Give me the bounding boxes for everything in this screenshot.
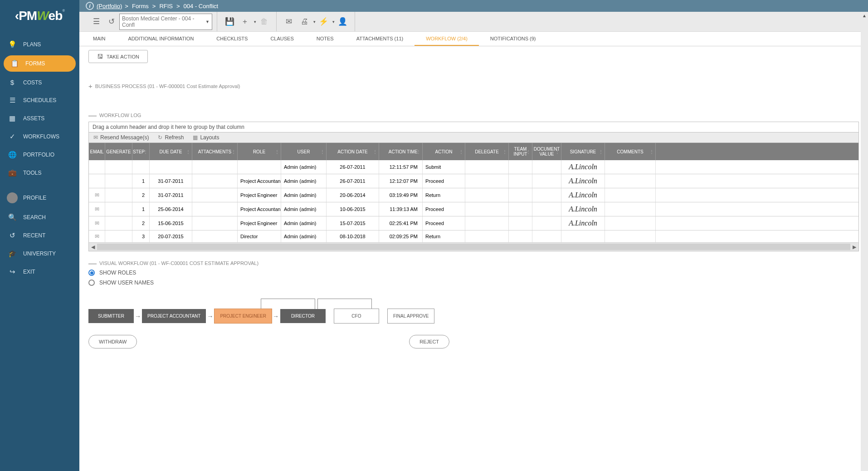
radio-show-users[interactable]: SHOW USER NAMES bbox=[88, 280, 859, 286]
radio-icon bbox=[88, 270, 95, 276]
col-generate[interactable]: GENERATE⋮ bbox=[105, 143, 132, 160]
project-select[interactable]: Boston Medical Center - 004 - Confl▼ bbox=[119, 14, 212, 30]
cell-signature: A.Lincoln bbox=[561, 160, 605, 174]
take-action-label: TAKE ACTION bbox=[107, 54, 139, 59]
cell-action-date: 08-10-2018 bbox=[327, 231, 379, 242]
save-icon[interactable]: 💾 bbox=[223, 15, 236, 28]
col-due[interactable]: DUE DATE⋮ bbox=[150, 143, 192, 160]
tab-clauses[interactable]: CLAUSES bbox=[259, 32, 305, 46]
cell-doc-value bbox=[532, 231, 561, 242]
refresh-button[interactable]: ↻Refresh bbox=[158, 134, 184, 141]
col-role[interactable]: ROLE⋮ bbox=[238, 143, 281, 160]
col-attachments[interactable]: ATTACHMENTS⋮ bbox=[192, 143, 238, 160]
col-action-date[interactable]: ACTION DATE⋮ bbox=[327, 143, 379, 160]
nav-exit[interactable]: ↪EXIT bbox=[0, 263, 79, 281]
reject-button[interactable]: REJECT bbox=[409, 335, 449, 348]
v-scrollbar[interactable]: ▲ bbox=[861, 12, 868, 471]
radio-show-roles[interactable]: SHOW ROLES bbox=[88, 270, 859, 276]
bp-section-header[interactable]: + BUSINESS PROCESS (01 - WF-000001 Cost … bbox=[88, 82, 859, 90]
content: 🖫 TAKE ACTION + BUSINESS PROCESS (01 - W… bbox=[79, 46, 868, 471]
take-action-button[interactable]: 🖫 TAKE ACTION bbox=[88, 50, 148, 63]
cell-action-time: 12:12:07 PM bbox=[379, 174, 423, 188]
table-row[interactable]: ✉ 3 20-07-2015 Director Admin (admin) 08… bbox=[89, 231, 858, 243]
resend-button[interactable]: ✉Resend Message(s) bbox=[93, 134, 149, 141]
bolt-icon[interactable]: ⚡ bbox=[317, 15, 330, 28]
cell-action: Proceed bbox=[423, 216, 465, 230]
cell-action-date: 15-07-2015 bbox=[327, 216, 379, 230]
nav-label: PROFILE bbox=[23, 195, 46, 201]
scroll-up-icon[interactable]: ▲ bbox=[861, 12, 868, 19]
nav-forms[interactable]: 📋FORMS bbox=[4, 55, 76, 72]
print-icon[interactable]: 🖨 bbox=[298, 15, 311, 28]
nav-profile[interactable]: PROFILE bbox=[0, 187, 79, 208]
cell-delegate bbox=[465, 174, 509, 188]
table-row[interactable]: ✉ 2 15-06-2015 Project Engineer Admin (a… bbox=[89, 216, 858, 231]
col-delegate[interactable]: DELEGATE⋮ bbox=[465, 143, 509, 160]
cell-team-input bbox=[509, 188, 532, 202]
tab-checklists[interactable]: CHECKLISTS bbox=[205, 32, 259, 46]
nav-plans[interactable]: 💡PLANS bbox=[0, 35, 79, 54]
info-icon[interactable]: i bbox=[86, 2, 94, 10]
cell-comments bbox=[605, 174, 656, 188]
col-action-time[interactable]: ACTION TIME⋮ bbox=[379, 143, 423, 160]
list-icon[interactable]: ☰ bbox=[90, 15, 102, 28]
nav-portfolio[interactable]: 🌐PORTFOLIO bbox=[0, 146, 79, 164]
add-icon[interactable]: + bbox=[239, 15, 251, 28]
cell-signature: A.Lincoln bbox=[561, 188, 605, 202]
bp-header-text: BUSINESS PROCESS (01 - WF-000001 Cost Es… bbox=[95, 83, 240, 89]
nav-search[interactable]: 🔍SEARCH bbox=[0, 208, 79, 226]
nav-label: ASSETS bbox=[23, 115, 44, 122]
nav-assets[interactable]: ▦ASSETS bbox=[0, 109, 79, 128]
tab-notes[interactable]: NOTES bbox=[305, 32, 345, 46]
col-comments[interactable]: COMMENTS⋮ bbox=[605, 143, 656, 160]
col-user[interactable]: USER⋮ bbox=[281, 143, 327, 160]
history-icon[interactable]: ↺ bbox=[105, 15, 118, 28]
tab-main[interactable]: MAIN bbox=[82, 32, 117, 46]
col-email[interactable]: EMAIL⋮ bbox=[89, 143, 105, 160]
scroll-track[interactable] bbox=[97, 244, 850, 250]
tab-notifications[interactable]: NOTIFICATIONS (9) bbox=[479, 32, 547, 46]
col-action[interactable]: ACTION⋮ bbox=[423, 143, 465, 160]
history-icon: ↺ bbox=[7, 231, 18, 240]
table-row[interactable]: ✉ 1 25-06-2014 Project Accountant Admin … bbox=[89, 202, 858, 216]
withdraw-button[interactable]: WITHDRAW bbox=[88, 335, 137, 348]
scroll-right-icon[interactable]: ▶ bbox=[850, 244, 858, 250]
nav-costs[interactable]: $COSTS bbox=[0, 74, 79, 91]
h-scrollbar[interactable]: ◀ ▶ bbox=[89, 243, 858, 251]
breadcrumb-item[interactable]: Forms bbox=[132, 3, 149, 10]
nav-label: SEARCH bbox=[23, 214, 46, 221]
table-row[interactable]: ✉ 2 31-07-2011 Project Engineer Admin (a… bbox=[89, 188, 858, 202]
briefcase-icon: 💼 bbox=[7, 169, 18, 177]
table-row[interactable]: 1 31-07-2011 Project Accountant Admin (a… bbox=[89, 174, 858, 188]
email-icon[interactable]: ✉ bbox=[283, 15, 295, 28]
cell-attachments bbox=[192, 231, 238, 242]
col-doc-value[interactable]: DOCUMENT VALUE⋮ bbox=[532, 143, 561, 160]
breadcrumb-root[interactable]: (Portfolio) bbox=[97, 3, 122, 10]
refresh-icon: ↻ bbox=[158, 134, 162, 141]
tab-attachments[interactable]: ATTACHMENTS (11) bbox=[345, 32, 415, 46]
delete-icon[interactable]: 🗑 bbox=[258, 15, 270, 28]
col-step[interactable]: STEP⋮ bbox=[132, 143, 150, 160]
col-signature[interactable]: SIGNATURE⋮ bbox=[561, 143, 605, 160]
scroll-left-icon[interactable]: ◀ bbox=[89, 244, 97, 250]
building-icon: ▦ bbox=[7, 114, 18, 123]
nav-tools[interactable]: 💼TOOLS bbox=[0, 164, 79, 182]
minus-icon: — bbox=[88, 113, 97, 117]
layouts-button[interactable]: ▦Layouts bbox=[193, 134, 219, 141]
nav-university[interactable]: 🎓UNIVERSITY bbox=[0, 245, 79, 263]
visual-section-header[interactable]: — VISUAL WORKFLOW (01 - WF-C00001 COST E… bbox=[88, 260, 859, 266]
visual-header-text: VISUAL WORKFLOW (01 - WF-C00001 COST EST… bbox=[99, 260, 258, 266]
group-bar[interactable]: Drag a column header and drop it here to… bbox=[89, 122, 858, 132]
tab-workflow[interactable]: WORKFLOW (2/4) bbox=[414, 32, 479, 46]
nav-schedules[interactable]: ☰SCHEDULES bbox=[0, 91, 79, 109]
nav-recent[interactable]: ↺RECENT bbox=[0, 226, 79, 245]
log-section-header[interactable]: — WORKFLOW LOG bbox=[88, 113, 859, 118]
flow-submitter: SUBMITTER→ bbox=[88, 309, 134, 323]
table-row[interactable]: Admin (admin) 26-07-2011 12:11:57 PM Sub… bbox=[89, 160, 858, 174]
col-team-input[interactable]: TEAM INPUT⋮ bbox=[509, 143, 532, 160]
tab-additional[interactable]: ADDITIONAL INFORMATION bbox=[117, 32, 205, 46]
nav-workflows[interactable]: ✓WORKFLOWS bbox=[0, 128, 79, 146]
check-icon: ✓ bbox=[7, 132, 18, 141]
breadcrumb-item[interactable]: RFIS bbox=[159, 3, 173, 10]
person-icon[interactable]: 👤 bbox=[336, 15, 349, 28]
